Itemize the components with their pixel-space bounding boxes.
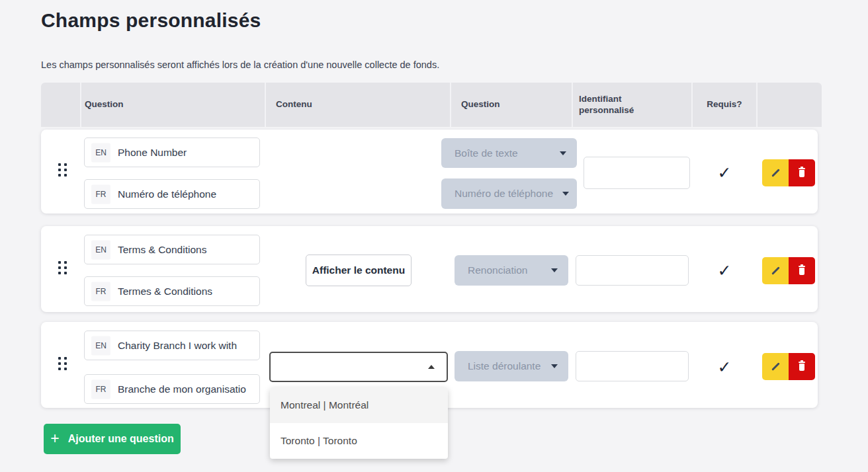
pencil-icon (771, 266, 780, 275)
chevron-down-icon (551, 268, 558, 272)
question-type-select[interactable]: Boîte de texte (441, 138, 577, 168)
question-fr-field: FR (84, 179, 260, 209)
page-subtitle: Les champs personnalisés seront affichés… (41, 59, 439, 70)
question-en-input[interactable] (85, 138, 259, 167)
header-actions-column (758, 83, 822, 127)
pencil-icon (771, 362, 780, 371)
trash-icon (798, 266, 806, 276)
chevron-down-icon (551, 364, 558, 368)
edit-button[interactable] (762, 159, 789, 186)
question-en-input[interactable] (85, 235, 259, 264)
drag-handle-icon[interactable] (58, 357, 67, 376)
required-checkmark[interactable]: ✓ (715, 163, 734, 182)
dropdown-option-toronto[interactable]: Toronto | Toronto (270, 423, 448, 459)
show-content-button[interactable]: Afficher le contenu (306, 255, 412, 286)
question-fr-field: FR (84, 374, 260, 404)
custom-field-row-terms: EN FR Afficher le contenu Renonciation ✓ (41, 226, 818, 312)
edit-button[interactable] (762, 353, 789, 380)
trash-icon (798, 362, 806, 372)
delete-button[interactable] (789, 353, 815, 380)
header-contenu: Contenu (266, 83, 451, 127)
lang-badge-en: EN (91, 240, 110, 259)
plus-icon: + (50, 431, 59, 446)
question-en-field: EN (84, 235, 260, 264)
header-question-type: Question (451, 83, 573, 127)
lang-badge-fr: FR (91, 379, 110, 399)
question-fr-input[interactable] (85, 277, 259, 305)
lang-badge-en: EN (91, 336, 110, 355)
row-actions (762, 257, 815, 284)
required-checkmark[interactable]: ✓ (715, 357, 734, 377)
custom-id-input[interactable] (584, 157, 690, 189)
question-fr-field: FR (84, 276, 260, 306)
question-fr-input[interactable] (85, 375, 259, 403)
header-question-labels: Question (81, 83, 266, 127)
question-fr-input[interactable] (85, 180, 259, 208)
custom-field-row-branch: EN FR Montreal | Montréal Toronto | Toro… (41, 322, 818, 408)
chevron-up-icon (428, 365, 435, 369)
question-en-field: EN (84, 138, 260, 167)
header-required: Requis? (693, 83, 758, 127)
question-type-select[interactable]: Liste déroulante (455, 351, 568, 381)
drag-handle-icon[interactable] (58, 163, 67, 182)
content-options-dropdown: Montreal | Montréal Toronto | Toronto (270, 387, 448, 459)
custom-fields-page: Champs personnalisés Les champs personna… (0, 0, 868, 472)
delete-button[interactable] (789, 257, 815, 284)
add-question-button[interactable]: + Ajouter une question (44, 424, 181, 454)
lang-badge-en: EN (91, 143, 110, 162)
delete-button[interactable] (789, 159, 815, 186)
lang-badge-fr: FR (91, 282, 110, 301)
drag-handle-icon[interactable] (58, 261, 67, 280)
table-header: Question Contenu Question Identifiant pe… (41, 83, 822, 127)
chevron-down-icon (560, 151, 566, 155)
custom-id-input[interactable] (576, 351, 689, 381)
pencil-icon (771, 169, 780, 177)
dropdown-option-montreal[interactable]: Montreal | Montréal (270, 387, 448, 423)
row-actions (762, 353, 815, 380)
chevron-down-icon (562, 192, 569, 196)
custom-field-row-phone: EN FR Boîte de texte Numéro de téléphone… (41, 130, 818, 214)
header-drag-column (41, 83, 81, 127)
header-custom-id: Identifiant personnalisé (573, 83, 693, 127)
custom-id-input[interactable] (576, 255, 689, 286)
question-type-select[interactable]: Renonciation (455, 255, 568, 286)
required-checkmark[interactable]: ✓ (715, 260, 734, 280)
page-title: Champs personnalisés (41, 9, 261, 32)
question-en-input[interactable] (85, 331, 259, 360)
question-en-field: EN (84, 331, 260, 360)
row-actions (762, 159, 815, 186)
question-subtype-select[interactable]: Numéro de téléphone (441, 178, 577, 209)
trash-icon (798, 168, 806, 178)
content-options-combobox[interactable] (269, 352, 448, 382)
edit-button[interactable] (762, 257, 789, 284)
lang-badge-fr: FR (91, 184, 110, 204)
